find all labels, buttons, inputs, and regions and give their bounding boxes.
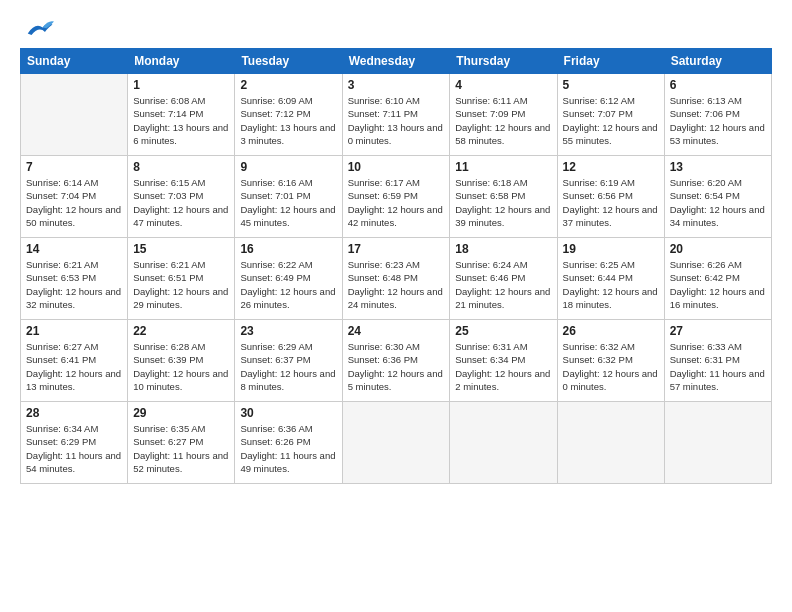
day-number: 25: [455, 324, 551, 338]
day-number: 1: [133, 78, 229, 92]
day-number: 12: [563, 160, 659, 174]
calendar-header-tuesday: Tuesday: [235, 49, 342, 74]
calendar-header-friday: Friday: [557, 49, 664, 74]
calendar-cell: 17Sunrise: 6:23 AMSunset: 6:48 PMDayligh…: [342, 238, 450, 320]
calendar-cell: 10Sunrise: 6:17 AMSunset: 6:59 PMDayligh…: [342, 156, 450, 238]
day-info: Sunrise: 6:27 AMSunset: 6:41 PMDaylight:…: [26, 340, 122, 393]
day-number: 14: [26, 242, 122, 256]
calendar-cell: 7Sunrise: 6:14 AMSunset: 7:04 PMDaylight…: [21, 156, 128, 238]
calendar-cell: 25Sunrise: 6:31 AMSunset: 6:34 PMDayligh…: [450, 320, 557, 402]
day-info: Sunrise: 6:35 AMSunset: 6:27 PMDaylight:…: [133, 422, 229, 475]
calendar-table: SundayMondayTuesdayWednesdayThursdayFrid…: [20, 48, 772, 484]
calendar-week-row: 21Sunrise: 6:27 AMSunset: 6:41 PMDayligh…: [21, 320, 772, 402]
calendar-week-row: 28Sunrise: 6:34 AMSunset: 6:29 PMDayligh…: [21, 402, 772, 484]
day-info: Sunrise: 6:17 AMSunset: 6:59 PMDaylight:…: [348, 176, 445, 229]
calendar-week-row: 14Sunrise: 6:21 AMSunset: 6:53 PMDayligh…: [21, 238, 772, 320]
day-info: Sunrise: 6:12 AMSunset: 7:07 PMDaylight:…: [563, 94, 659, 147]
day-number: 24: [348, 324, 445, 338]
day-number: 10: [348, 160, 445, 174]
calendar-cell: 1Sunrise: 6:08 AMSunset: 7:14 PMDaylight…: [128, 74, 235, 156]
day-number: 18: [455, 242, 551, 256]
day-info: Sunrise: 6:26 AMSunset: 6:42 PMDaylight:…: [670, 258, 766, 311]
day-number: 22: [133, 324, 229, 338]
calendar-header-row: SundayMondayTuesdayWednesdayThursdayFrid…: [21, 49, 772, 74]
day-number: 2: [240, 78, 336, 92]
calendar-cell: 27Sunrise: 6:33 AMSunset: 6:31 PMDayligh…: [664, 320, 771, 402]
calendar-cell: 15Sunrise: 6:21 AMSunset: 6:51 PMDayligh…: [128, 238, 235, 320]
day-number: 11: [455, 160, 551, 174]
day-info: Sunrise: 6:25 AMSunset: 6:44 PMDaylight:…: [563, 258, 659, 311]
calendar-cell: 5Sunrise: 6:12 AMSunset: 7:07 PMDaylight…: [557, 74, 664, 156]
day-info: Sunrise: 6:08 AMSunset: 7:14 PMDaylight:…: [133, 94, 229, 147]
day-info: Sunrise: 6:33 AMSunset: 6:31 PMDaylight:…: [670, 340, 766, 393]
day-info: Sunrise: 6:09 AMSunset: 7:12 PMDaylight:…: [240, 94, 336, 147]
day-info: Sunrise: 6:10 AMSunset: 7:11 PMDaylight:…: [348, 94, 445, 147]
day-number: 6: [670, 78, 766, 92]
calendar-cell: 12Sunrise: 6:19 AMSunset: 6:56 PMDayligh…: [557, 156, 664, 238]
calendar-header-thursday: Thursday: [450, 49, 557, 74]
logo-icon: [24, 18, 54, 40]
calendar-cell: 23Sunrise: 6:29 AMSunset: 6:37 PMDayligh…: [235, 320, 342, 402]
calendar-cell: 3Sunrise: 6:10 AMSunset: 7:11 PMDaylight…: [342, 74, 450, 156]
calendar-cell: 26Sunrise: 6:32 AMSunset: 6:32 PMDayligh…: [557, 320, 664, 402]
calendar-cell: [664, 402, 771, 484]
calendar-cell: 8Sunrise: 6:15 AMSunset: 7:03 PMDaylight…: [128, 156, 235, 238]
calendar-cell: [21, 74, 128, 156]
calendar-header-monday: Monday: [128, 49, 235, 74]
day-number: 5: [563, 78, 659, 92]
day-number: 30: [240, 406, 336, 420]
calendar-cell: [342, 402, 450, 484]
day-number: 15: [133, 242, 229, 256]
calendar-cell: 14Sunrise: 6:21 AMSunset: 6:53 PMDayligh…: [21, 238, 128, 320]
calendar-cell: 20Sunrise: 6:26 AMSunset: 6:42 PMDayligh…: [664, 238, 771, 320]
day-info: Sunrise: 6:11 AMSunset: 7:09 PMDaylight:…: [455, 94, 551, 147]
day-info: Sunrise: 6:14 AMSunset: 7:04 PMDaylight:…: [26, 176, 122, 229]
calendar-cell: 29Sunrise: 6:35 AMSunset: 6:27 PMDayligh…: [128, 402, 235, 484]
day-info: Sunrise: 6:21 AMSunset: 6:53 PMDaylight:…: [26, 258, 122, 311]
day-info: Sunrise: 6:29 AMSunset: 6:37 PMDaylight:…: [240, 340, 336, 393]
day-info: Sunrise: 6:15 AMSunset: 7:03 PMDaylight:…: [133, 176, 229, 229]
calendar-header-saturday: Saturday: [664, 49, 771, 74]
calendar-cell: [450, 402, 557, 484]
day-number: 29: [133, 406, 229, 420]
day-number: 19: [563, 242, 659, 256]
day-info: Sunrise: 6:21 AMSunset: 6:51 PMDaylight:…: [133, 258, 229, 311]
day-number: 3: [348, 78, 445, 92]
day-number: 17: [348, 242, 445, 256]
day-number: 21: [26, 324, 122, 338]
calendar-week-row: 1Sunrise: 6:08 AMSunset: 7:14 PMDaylight…: [21, 74, 772, 156]
day-info: Sunrise: 6:31 AMSunset: 6:34 PMDaylight:…: [455, 340, 551, 393]
header: [20, 18, 772, 40]
page: SundayMondayTuesdayWednesdayThursdayFrid…: [0, 0, 792, 612]
logo: [20, 18, 54, 40]
calendar-cell: 21Sunrise: 6:27 AMSunset: 6:41 PMDayligh…: [21, 320, 128, 402]
calendar-cell: 2Sunrise: 6:09 AMSunset: 7:12 PMDaylight…: [235, 74, 342, 156]
day-number: 16: [240, 242, 336, 256]
day-number: 27: [670, 324, 766, 338]
day-info: Sunrise: 6:16 AMSunset: 7:01 PMDaylight:…: [240, 176, 336, 229]
day-info: Sunrise: 6:28 AMSunset: 6:39 PMDaylight:…: [133, 340, 229, 393]
calendar-header-sunday: Sunday: [21, 49, 128, 74]
calendar-cell: 19Sunrise: 6:25 AMSunset: 6:44 PMDayligh…: [557, 238, 664, 320]
calendar-cell: 9Sunrise: 6:16 AMSunset: 7:01 PMDaylight…: [235, 156, 342, 238]
day-info: Sunrise: 6:32 AMSunset: 6:32 PMDaylight:…: [563, 340, 659, 393]
calendar-cell: 28Sunrise: 6:34 AMSunset: 6:29 PMDayligh…: [21, 402, 128, 484]
day-info: Sunrise: 6:36 AMSunset: 6:26 PMDaylight:…: [240, 422, 336, 475]
day-number: 28: [26, 406, 122, 420]
day-number: 7: [26, 160, 122, 174]
day-info: Sunrise: 6:20 AMSunset: 6:54 PMDaylight:…: [670, 176, 766, 229]
calendar-cell: 16Sunrise: 6:22 AMSunset: 6:49 PMDayligh…: [235, 238, 342, 320]
day-info: Sunrise: 6:30 AMSunset: 6:36 PMDaylight:…: [348, 340, 445, 393]
calendar-week-row: 7Sunrise: 6:14 AMSunset: 7:04 PMDaylight…: [21, 156, 772, 238]
day-info: Sunrise: 6:19 AMSunset: 6:56 PMDaylight:…: [563, 176, 659, 229]
calendar-cell: 30Sunrise: 6:36 AMSunset: 6:26 PMDayligh…: [235, 402, 342, 484]
day-info: Sunrise: 6:18 AMSunset: 6:58 PMDaylight:…: [455, 176, 551, 229]
calendar-cell: 22Sunrise: 6:28 AMSunset: 6:39 PMDayligh…: [128, 320, 235, 402]
day-number: 20: [670, 242, 766, 256]
day-info: Sunrise: 6:22 AMSunset: 6:49 PMDaylight:…: [240, 258, 336, 311]
calendar-cell: 18Sunrise: 6:24 AMSunset: 6:46 PMDayligh…: [450, 238, 557, 320]
day-number: 13: [670, 160, 766, 174]
day-info: Sunrise: 6:34 AMSunset: 6:29 PMDaylight:…: [26, 422, 122, 475]
day-number: 26: [563, 324, 659, 338]
calendar-cell: 24Sunrise: 6:30 AMSunset: 6:36 PMDayligh…: [342, 320, 450, 402]
